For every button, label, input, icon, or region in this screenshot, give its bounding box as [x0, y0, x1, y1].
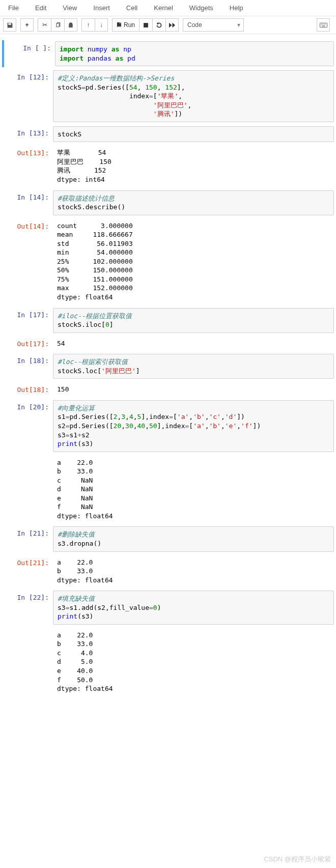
menu-view[interactable]: View: [54, 1, 85, 15]
in-prompt: In [22]:: [2, 591, 53, 625]
output-row: Out[17]:54: [2, 336, 334, 351]
copy-icon: [55, 22, 61, 28]
in-prompt: In [20]:: [2, 400, 53, 452]
menu-kernel[interactable]: Kernel: [146, 1, 181, 15]
output-row: Out[21]:a 22.0 b 33.0 dtype: float64: [2, 555, 334, 588]
code-cell[interactable]: In [18]:#loc--根据索引获取值 stockS.loc['阿里巴巴']: [2, 353, 334, 380]
out-prompt: Out[18]:: [2, 383, 53, 396]
code-input[interactable]: #删除缺失值 s3.dropna(): [53, 526, 334, 551]
code-cell[interactable]: In [21]:#删除缺失值 s3.dropna(): [2, 525, 334, 552]
command-palette-button[interactable]: [317, 18, 330, 32]
code-cell[interactable]: In [12]:#定义:Pandas一维数据结构->Series stockS=…: [2, 69, 334, 123]
code-input[interactable]: #填充缺失值 s3=s1.add(s2,fill_value=0) print(…: [53, 591, 334, 625]
cut-icon: ✂: [42, 21, 47, 29]
code-cell[interactable]: In [17]:#iloc--根据位置获取值 stockS.iloc[0]: [2, 307, 334, 334]
menu-help[interactable]: Help: [221, 1, 251, 15]
add-cell-button[interactable]: +: [20, 18, 34, 32]
cut-button[interactable]: ✂: [38, 18, 51, 32]
output-row: Out[18]:150: [2, 382, 334, 397]
code-input[interactable]: #获取描述统计信息 stockS.describe(): [53, 190, 334, 215]
in-prompt: In [18]:: [2, 354, 53, 379]
out-prompt: Out[13]:: [2, 146, 53, 186]
stdout-output: a 22.0 b 33.0 c 4.0 d 5.0 e 40.0 f 50.0 …: [53, 629, 334, 695]
stop-icon: [143, 22, 149, 28]
paste-button[interactable]: [64, 18, 77, 32]
move-down-button[interactable]: ↓: [95, 18, 108, 32]
result-output: count 3.000000 mean 118.666667 std 56.01…: [53, 219, 334, 304]
stdout-output: a 22.0 b 33.0 c NaN d NaN e NaN f NaN dt…: [53, 456, 334, 523]
code-input[interactable]: import numpy as np import pandas as pd: [55, 41, 334, 66]
in-prompt: In [12]:: [2, 70, 53, 122]
code-input[interactable]: #向量化运算 s1=pd.Series([2,3,4,5],index=['a'…: [53, 400, 334, 452]
in-prompt: In [ ]:: [4, 41, 55, 66]
code-cell[interactable]: In [22]:#填充缺失值 s3=s1.add(s2,fill_value=0…: [2, 590, 334, 626]
code-input[interactable]: stockS: [53, 126, 334, 143]
result-output: 54: [53, 337, 334, 350]
arrow-down-icon: ↓: [100, 21, 103, 29]
in-prompt: In [14]:: [2, 190, 53, 215]
cell-type-value: Code: [187, 21, 202, 29]
save-icon: [7, 22, 13, 29]
code-input[interactable]: #iloc--根据位置获取值 stockS.iloc[0]: [53, 308, 334, 333]
code-cell[interactable]: In [13]:stockS: [2, 125, 334, 144]
in-prompt: In [21]:: [2, 526, 53, 551]
empty-prompt: [2, 629, 53, 695]
fast-forward-icon: [169, 22, 176, 28]
menu-cell[interactable]: Cell: [118, 1, 146, 15]
in-prompt: In [13]:: [2, 126, 53, 143]
out-prompt: Out[14]:: [2, 219, 53, 304]
paste-icon: [68, 22, 74, 29]
result-output: a 22.0 b 33.0 dtype: float64: [53, 556, 334, 587]
stdout-row: a 22.0 b 33.0 c 4.0 d 5.0 e 40.0 f 50.0 …: [2, 628, 334, 696]
restart-run-all-button[interactable]: [165, 18, 179, 32]
interrupt-button[interactable]: [139, 18, 152, 32]
result-output: 150: [53, 383, 334, 396]
cell-type-select[interactable]: Code: [183, 18, 244, 32]
menu-widgets[interactable]: Widgets: [181, 1, 221, 15]
output-row: Out[14]:count 3.000000 mean 118.666667 s…: [2, 218, 334, 305]
code-cell[interactable]: In [ ]:import numpy as np import pandas …: [2, 40, 334, 67]
restart-icon: [156, 22, 162, 29]
result-output: 苹果 54 阿里巴巴 150 腾讯 152 dtype: int64: [53, 146, 334, 186]
run-icon: [117, 22, 122, 27]
code-input[interactable]: #loc--根据索引获取值 stockS.loc['阿里巴巴']: [53, 354, 334, 379]
plus-icon: +: [25, 21, 29, 29]
menu-file[interactable]: File: [0, 1, 27, 15]
menu-edit[interactable]: Edit: [27, 1, 54, 15]
run-label: Run: [124, 21, 135, 29]
menu-insert[interactable]: Insert: [85, 1, 118, 15]
code-cell[interactable]: In [14]:#获取描述统计信息 stockS.describe(): [2, 189, 334, 216]
run-button[interactable]: Run: [112, 18, 139, 32]
code-cell[interactable]: In [20]:#向量化运算 s1=pd.Series([2,3,4,5],in…: [2, 399, 334, 453]
keyboard-icon: [320, 22, 327, 28]
svg-rect-0: [144, 23, 148, 27]
in-prompt: In [17]:: [2, 308, 53, 333]
menubar: File Edit View Insert Cell Kernel Widget…: [0, 0, 336, 16]
restart-button[interactable]: [152, 18, 165, 32]
out-prompt: Out[17]:: [2, 337, 53, 350]
code-input[interactable]: #定义:Pandas一维数据结构->Series stockS=pd.Serie…: [53, 70, 334, 122]
save-button[interactable]: [3, 18, 16, 32]
move-up-button[interactable]: ↑: [81, 18, 95, 32]
toolbar: + ✂ ↑ ↓ Run Code: [0, 16, 336, 34]
notebook: In [ ]:import numpy as np import pandas …: [0, 34, 336, 709]
output-row: Out[13]:苹果 54 阿里巴巴 150 腾讯 152 dtype: int…: [2, 145, 334, 187]
empty-prompt: [2, 456, 53, 523]
out-prompt: Out[21]:: [2, 556, 53, 587]
stdout-row: a 22.0 b 33.0 c NaN d NaN e NaN f NaN dt…: [2, 455, 334, 524]
arrow-up-icon: ↑: [87, 21, 90, 29]
copy-button[interactable]: [51, 18, 64, 32]
